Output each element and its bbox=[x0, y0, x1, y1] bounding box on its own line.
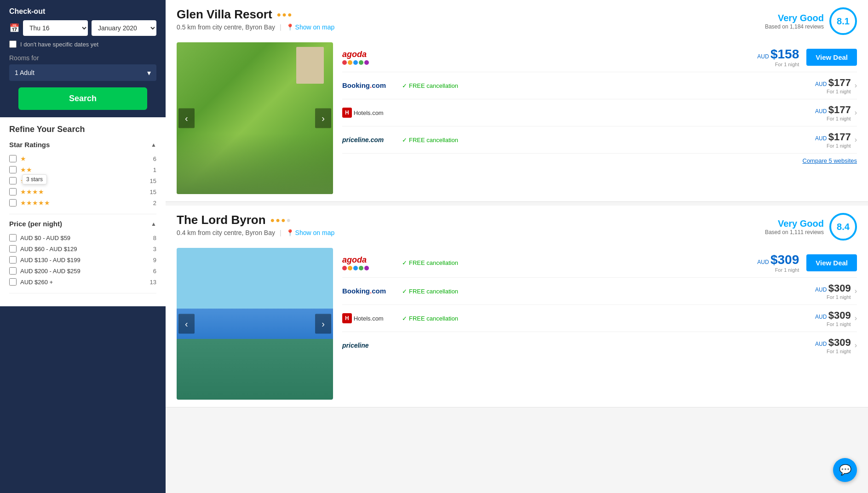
hotel-1-priceline-arrow[interactable]: › bbox=[855, 136, 857, 144]
hotel-2-pipe: | bbox=[280, 229, 282, 236]
rooms-select[interactable]: 1 Adult bbox=[9, 64, 156, 81]
filter-row-3star: ★★ 3 stars 15 bbox=[9, 175, 156, 186]
hotel-1-agoda-price: AUD $158 For 1 night bbox=[725, 47, 799, 67]
date-row: 📅 Thu 16 January 2020 bbox=[9, 20, 156, 36]
hotel-1-score-area: Very Good Based on 1,184 reviews 8.1 bbox=[765, 7, 857, 35]
hotel-2-prev-btn[interactable]: ‹ bbox=[178, 314, 195, 334]
hotel-1-star-2: ● bbox=[282, 11, 287, 19]
hotel-2-hotels-arrow[interactable]: › bbox=[855, 314, 857, 322]
hotel-1-hotels-price: AUD $177 For 1 night bbox=[777, 104, 851, 121]
hotel-2-next-btn[interactable]: › bbox=[315, 314, 331, 334]
agoda-dot-blue bbox=[353, 60, 358, 65]
hotel-2-agoda-price: AUD $309 For 1 night bbox=[725, 252, 799, 273]
hotel-1-image bbox=[177, 42, 333, 194]
hotel-1-score-reviews: Based on 1,184 reviews bbox=[765, 23, 824, 30]
chat-icon: 💬 bbox=[839, 464, 851, 476]
hotel-1-compare-link[interactable]: Compare 5 websites bbox=[803, 157, 857, 164]
checkout-label: Check-out bbox=[9, 7, 156, 16]
hotel-1-show-on-map[interactable]: 📍 Show on map bbox=[286, 23, 335, 31]
hotel-1-agoda-currency: AUD bbox=[757, 53, 770, 60]
map-pin-icon-2: 📍 bbox=[286, 229, 294, 236]
refine-section: Refine Your Search Star Ratings ▲ ★ 6 ★★… bbox=[0, 117, 166, 306]
price-row-0-59: AUD $0 - AUD $59 8 bbox=[9, 232, 156, 243]
price-200-259-count: 6 bbox=[153, 268, 156, 275]
5star-count: 2 bbox=[153, 200, 156, 206]
price-toggle[interactable]: ▲ bbox=[151, 221, 156, 227]
4star-icon: ★★★★ bbox=[20, 188, 44, 195]
hotel-2-hotels-cancellation: ✓ FREE cancellation bbox=[402, 315, 777, 322]
checkout-month-select[interactable]: January 2020 bbox=[92, 20, 156, 36]
hotel-1-stars: ● ● ● bbox=[277, 11, 292, 19]
hotel-1-compare: Compare 5 websites bbox=[342, 154, 857, 168]
hotel-card-1: Glen Villa Resort ● ● ● 0.5 km from city… bbox=[166, 0, 868, 202]
no-dates-label: I don't have specific dates yet bbox=[20, 41, 98, 48]
1star-count: 6 bbox=[153, 155, 156, 162]
no-dates-checkbox[interactable] bbox=[9, 40, 17, 48]
calendar-icon: 📅 bbox=[9, 23, 19, 33]
hotel-1-priceline-price: AUD $177 For 1 night bbox=[777, 131, 851, 149]
4star-count: 15 bbox=[150, 189, 156, 195]
hotel-1-distance: 0.5 km from city centre, Byron Bay bbox=[177, 23, 275, 31]
3star-count: 15 bbox=[150, 178, 156, 184]
hotel-1-hotels-arrow[interactable]: › bbox=[855, 109, 857, 117]
hotel-1-agoda-logo: agoda bbox=[342, 50, 402, 65]
star-ratings-toggle[interactable]: ▲ bbox=[151, 142, 156, 148]
hotel-2-booking-logo: Booking.com bbox=[342, 287, 402, 295]
hotel-1-view-deal-btn[interactable]: View Deal bbox=[806, 49, 857, 66]
price-row-260-plus: AUD $260 + 13 bbox=[9, 276, 156, 287]
price-130-199-checkbox[interactable] bbox=[9, 256, 17, 264]
hotel-2-distance: 0.4 km from city centre, Byron Bay bbox=[177, 229, 275, 236]
price-0-59-label: AUD $0 - AUD $59 bbox=[20, 235, 70, 241]
hotel-2-view-deal-btn[interactable]: View Deal bbox=[806, 254, 857, 271]
agoda2-dot-red bbox=[342, 266, 347, 270]
hotel-2-show-on-map[interactable]: 📍 Show on map bbox=[286, 229, 335, 236]
hotel-1-image-wrapper: ‹ › bbox=[177, 42, 333, 194]
hotel-1-title-area: Glen Villa Resort ● ● ● 0.5 km from city… bbox=[177, 7, 765, 31]
hotel-2-title-area: The Lord Byron ● ● ● ● 0.4 km from city … bbox=[177, 213, 765, 236]
price-60-129-checkbox[interactable] bbox=[9, 245, 17, 252]
hotel-card-2: The Lord Byron ● ● ● ● 0.4 km from city … bbox=[166, 206, 868, 407]
hotel-1-deals: agoda AUD $158 For 1 night bbox=[333, 42, 857, 194]
price-group: Price (per night) ▲ AUD $0 - AUD $59 8 A… bbox=[9, 220, 156, 293]
price-200-259-checkbox[interactable] bbox=[9, 267, 17, 275]
hotel-1-booking-logo: Booking.com bbox=[342, 81, 402, 90]
filter-5star-checkbox[interactable] bbox=[9, 199, 17, 206]
map-pin-icon-1: 📍 bbox=[286, 23, 294, 31]
hotel-1-score-label: Very Good bbox=[765, 13, 824, 23]
checkmark-icon-2: ✓ bbox=[402, 137, 407, 143]
hotel-2-priceline-amount: $309 bbox=[828, 337, 851, 348]
5star-icon: ★★★★★ bbox=[20, 199, 50, 206]
hotel-1-booking-amount: $177 bbox=[828, 77, 851, 88]
hotel-1-priceline-deal: priceline.com ✓ FREE cancellation AUD $1… bbox=[342, 126, 857, 154]
checkmark-icon-4: ✓ bbox=[402, 288, 407, 295]
hotel-1-score-value: 8.1 bbox=[837, 16, 850, 27]
price-0-59-checkbox[interactable] bbox=[9, 234, 17, 241]
price-260-plus-checkbox[interactable] bbox=[9, 278, 17, 286]
filter-1star-checkbox[interactable] bbox=[9, 155, 17, 162]
hotel-1-name-row: Glen Villa Resort ● ● ● bbox=[177, 7, 765, 22]
hotel-2-priceline-arrow[interactable]: › bbox=[855, 341, 857, 350]
filter-row-2star: ★★ 1 bbox=[9, 164, 156, 175]
hotel-2-score-reviews: Based on 1,111 reviews bbox=[765, 229, 824, 235]
filter-2star-checkbox[interactable] bbox=[9, 166, 17, 173]
hotel-2-priceline-price: AUD $309 For 1 night bbox=[777, 337, 851, 354]
hotel-1-prev-btn[interactable]: ‹ bbox=[178, 109, 195, 128]
hotel-2-booking-arrow[interactable]: › bbox=[855, 287, 857, 295]
agoda-dot-purple bbox=[364, 60, 369, 65]
hotel-2-hotels-amount: $309 bbox=[828, 310, 851, 321]
checkmark-icon-5: ✓ bbox=[402, 315, 407, 322]
chat-bubble[interactable]: 💬 bbox=[833, 458, 857, 482]
filter-4star-checkbox[interactable] bbox=[9, 188, 17, 195]
sidebar: Check-out 📅 Thu 16 January 2020 I don't … bbox=[0, 0, 166, 493]
search-button[interactable]: Search bbox=[18, 87, 147, 110]
checkmark-icon-3: ✓ bbox=[402, 259, 407, 266]
hotel-1-next-btn[interactable]: › bbox=[315, 109, 331, 128]
price-row-200-259: AUD $200 - AUD $259 6 bbox=[9, 265, 156, 276]
filter-3star-checkbox[interactable] bbox=[9, 177, 17, 184]
hotel-1-booking-arrow[interactable]: › bbox=[855, 81, 857, 90]
checkout-day-select[interactable]: Thu 16 bbox=[23, 20, 88, 36]
hotel-1-hotels-logo: H Hotels.com bbox=[342, 108, 402, 118]
hotel-1-name: Glen Villa Resort bbox=[177, 7, 272, 22]
1star-icon: ★ bbox=[20, 155, 26, 162]
hotel-2-location: 0.4 km from city centre, Byron Bay | 📍 S… bbox=[177, 229, 765, 236]
